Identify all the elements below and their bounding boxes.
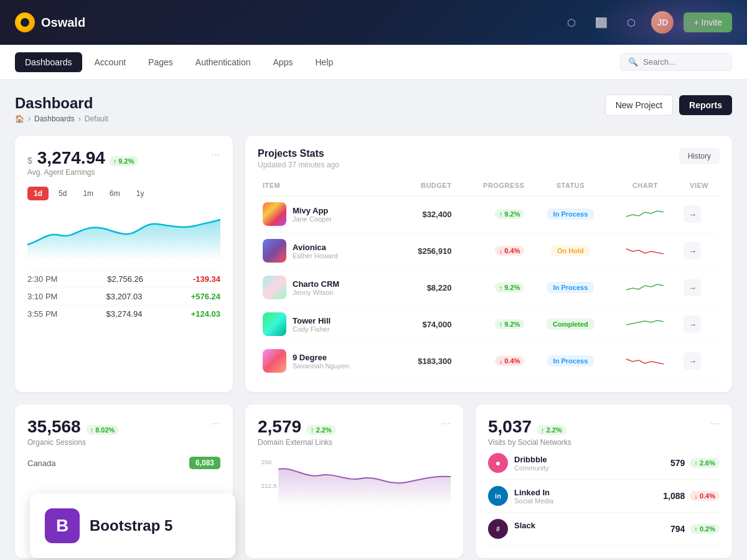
status-badge: In Process <box>547 282 594 293</box>
earnings-chart <box>27 210 220 260</box>
more-icon[interactable]: ··· <box>710 417 720 430</box>
mini-chart-green <box>626 317 664 330</box>
search-input[interactable] <box>643 57 724 67</box>
project-item: 9 Degree Savannah Nguyen <box>263 349 390 373</box>
domain-card: 2,579 ↑ 2.2% Domain External Links ··· <box>245 404 463 558</box>
social-label: Visits by Social Networks <box>488 438 571 447</box>
page-title: Dashboard <box>15 95 108 112</box>
projects-title-block: Projects Stats Updated 37 minutes ago <box>258 148 339 169</box>
view-arrow[interactable]: → <box>684 242 701 259</box>
bootstrap-title: Bootstrap 5 <box>90 517 172 534</box>
social-badge: ↑ 2.2% <box>537 425 566 435</box>
earnings-row-2: 3:10 PM $3,207.03 +576.24 <box>27 287 220 305</box>
nav-item-pages[interactable]: Pages <box>138 52 183 72</box>
col-budget: BUDGET <box>395 179 457 196</box>
history-button[interactable]: History <box>679 148 720 164</box>
project-item: Charto CRM Jenny Wilson <box>263 276 390 299</box>
projects-subtitle: Updated 37 minutes ago <box>258 161 339 169</box>
time-filter-1d[interactable]: 1d <box>27 187 49 200</box>
bootstrap-icon: B <box>45 508 80 543</box>
bottom-row: 35,568 ↑ 8.02% Organic Sessions ··· Cana… <box>15 404 732 558</box>
view-arrow[interactable]: → <box>684 279 701 296</box>
earnings-amount: 3,274.94 <box>37 148 105 168</box>
project-item: Tower Hill Cody Fisher <box>263 312 390 336</box>
invite-button[interactable]: + Invite <box>684 12 732 32</box>
status-badge: Completed <box>547 319 594 330</box>
projects-title: Projects Stats <box>258 148 339 159</box>
page-header-actions: New Project Reports <box>605 95 732 116</box>
reports-button[interactable]: Reports <box>679 95 732 115</box>
project-item: Avionica Esther Howard <box>263 239 390 263</box>
organic-amount: 35,568 <box>27 417 81 437</box>
linkedin-icon: in <box>488 486 508 506</box>
social-amount: 5,037 <box>488 417 532 437</box>
col-chart: CHART <box>611 179 679 196</box>
earnings-row-1: 2:30 PM $2,756.26 -139.34 <box>27 270 220 287</box>
status-badge: In Process <box>547 355 594 366</box>
page-header: Dashboard 🏠 › Dashboards › Default New P… <box>15 95 732 123</box>
nav-item-dashboards[interactable]: Dashboards <box>15 52 82 72</box>
cards-row: $ 3,274.94 ↑ 9.2% Avg. Agent Earnings ··… <box>15 136 732 392</box>
view-arrow[interactable]: → <box>684 315 701 333</box>
avatar[interactable]: JD <box>651 11 674 34</box>
svg-text:212.5: 212.5 <box>261 482 277 488</box>
social-card: 5,037 ↑ 2.2% Visits by Social Networks ·… <box>476 404 732 558</box>
more-icon[interactable]: ··· <box>211 417 220 430</box>
more-icon[interactable]: ··· <box>211 148 220 161</box>
stat-header: 2,579 ↑ 2.2% Domain External Links ··· <box>258 417 451 447</box>
more-icon[interactable]: ··· <box>441 417 451 430</box>
domain-badge: ↑ 2.2% <box>306 425 336 435</box>
project-thumb-charto <box>263 276 286 299</box>
organic-label: Organic Sessions <box>27 438 119 447</box>
table-row: Tower Hill Cody Fisher $74,000 ↑ 9.2% Co… <box>258 306 720 343</box>
mini-chart-green <box>626 281 664 293</box>
nav-item-account[interactable]: Account <box>85 52 136 72</box>
mini-chart-red <box>626 244 664 256</box>
logo-icon[interactable] <box>15 12 35 32</box>
search-bar: 🔍 <box>620 53 732 71</box>
earnings-header: $ 3,274.94 ↑ 9.2% Avg. Agent Earnings ··… <box>27 148 220 184</box>
table-row: Charto CRM Jenny Wilson $8,220 ↑ 9.2% In… <box>258 269 720 306</box>
new-project-button[interactable]: New Project <box>605 95 673 116</box>
col-view: VIEW <box>679 179 720 196</box>
topbar-actions: ⬡ ⬜ ⬡ JD + Invite <box>561 11 732 34</box>
domain-label: Domain External Links <box>258 438 336 447</box>
time-filter-1y[interactable]: 1y <box>130 187 151 200</box>
nav-item-apps[interactable]: Apps <box>263 52 303 72</box>
status-badge: In Process <box>547 208 594 220</box>
earnings-card: $ 3,274.94 ↑ 9.2% Avg. Agent Earnings ··… <box>15 136 233 392</box>
main-content: Dashboard 🏠 › Dashboards › Default New P… <box>0 80 747 560</box>
earnings-currency: $ <box>27 156 32 166</box>
table-row: Avionica Esther Howard $256,910 ↓ 0.4% O… <box>258 233 720 269</box>
time-filter-6m[interactable]: 6m <box>103 187 126 200</box>
page-title-block: Dashboard 🏠 › Dashboards › Default <box>15 95 108 123</box>
canada-label: Canada <box>27 459 56 468</box>
domain-amount: 2,579 <box>258 417 301 437</box>
dribbble-icon: ● <box>488 453 508 473</box>
breadcrumb-dashboards[interactable]: Dashboards <box>34 114 75 123</box>
social-row-slack: # Slack 794 ↑ 0.2% <box>488 513 720 546</box>
col-status: STATUS <box>529 179 611 196</box>
project-thumb-mivy <box>263 202 286 226</box>
nav-item-authentication[interactable]: Authentication <box>186 52 261 72</box>
mini-chart-green <box>626 207 664 220</box>
project-thumb-9degree <box>263 349 286 373</box>
share-icon[interactable]: ⬡ <box>621 12 641 32</box>
view-arrow[interactable]: → <box>684 205 701 223</box>
monitor-icon[interactable]: ⬜ <box>591 12 611 32</box>
svg-text:250: 250 <box>261 459 272 465</box>
logo-inner <box>21 18 29 27</box>
stat-header: 35,568 ↑ 8.02% Organic Sessions ··· <box>27 417 220 447</box>
main-nav: Dashboards Account Pages Authentication … <box>0 45 747 80</box>
projects-card: Projects Stats Updated 37 minutes ago Hi… <box>245 136 732 392</box>
table-row: Mivy App Jane Cooper $32,400 ↑ 9.2% In P… <box>258 196 720 233</box>
stat-header: 5,037 ↑ 2.2% Visits by Social Networks ·… <box>488 417 720 447</box>
nav-item-help[interactable]: Help <box>305 52 343 72</box>
time-filter-5d[interactable]: 5d <box>52 187 73 200</box>
project-thumb-avionica <box>263 239 286 263</box>
mask-icon[interactable]: ⬡ <box>561 12 581 32</box>
domain-chart: 250 212.5 <box>258 457 451 509</box>
view-arrow[interactable]: → <box>684 352 701 370</box>
time-filters: 1d 5d 1m 6m 1y <box>27 187 220 200</box>
time-filter-1m[interactable]: 1m <box>77 187 100 200</box>
